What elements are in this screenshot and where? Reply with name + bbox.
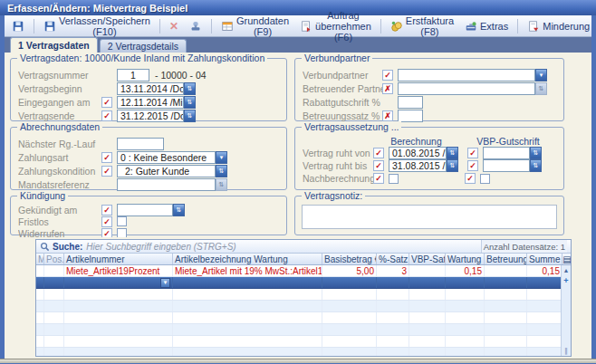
table-row-empty[interactable] bbox=[36, 348, 571, 357]
rule-check-icon[interactable]: ✓ bbox=[373, 148, 384, 158]
window-title: Erfassen/Ändern: Mietvertrag Beispiel bbox=[7, 3, 187, 14]
toolbar-separator bbox=[211, 19, 212, 34]
column-header-wartung[interactable]: Wartung € bbox=[446, 254, 485, 264]
grid-search-bar[interactable]: Suche: Hier Suchbegriff eingeben (STRG+S… bbox=[36, 240, 571, 254]
spinner-button[interactable]: ⇅ bbox=[184, 110, 196, 122]
vertrag-ruht-von-input[interactable]: 01.08.2015 /Sa bbox=[389, 147, 447, 159]
spinner-button[interactable]: ⇅ bbox=[216, 165, 227, 177]
table-row-empty[interactable] bbox=[36, 312, 571, 324]
eingegangen-am-input[interactable]: 12.11.2014 /Mi bbox=[117, 96, 184, 109]
auftrag-uebernehmen-label: Auftrag übernehmen (F6) bbox=[315, 10, 371, 43]
table-row-empty[interactable] bbox=[36, 336, 571, 348]
column-header-vbpsatz[interactable]: VBP-Satz bbox=[409, 254, 446, 264]
naechster-rg-lauf-input[interactable] bbox=[117, 138, 164, 150]
extras-label: Extras bbox=[480, 21, 508, 32]
grid-vertical-scrollbar[interactable]: ▲ + ∥ bbox=[561, 265, 571, 356]
gekuendigt-am-input[interactable] bbox=[117, 204, 173, 216]
mandatsreferenz-input[interactable] bbox=[117, 178, 216, 191]
verbundpartner-select[interactable] bbox=[398, 69, 535, 81]
rabattgutschrift-input[interactable] bbox=[398, 96, 423, 109]
rule-check-icon[interactable]: ✓ bbox=[101, 166, 112, 177]
resize-grip-icon[interactable]: ∥ bbox=[562, 346, 572, 356]
spinner-button[interactable]: ⇅ bbox=[530, 147, 542, 159]
rule-cross-icon[interactable]: ✗ bbox=[382, 110, 393, 121]
scroll-up-icon[interactable]: ▲ bbox=[562, 265, 572, 275]
column-header-artikelnummer[interactable]: Artikelnummer bbox=[64, 254, 173, 264]
grunddaten-button[interactable]: Grunddaten (F9) bbox=[216, 17, 293, 35]
rule-check-icon[interactable]: ✓ bbox=[101, 205, 112, 216]
rule-check-icon[interactable]: ✓ bbox=[101, 110, 112, 121]
rule-check-icon[interactable]: ✓ bbox=[373, 160, 384, 171]
vertragsbeginn-label: Vertragsbeginn bbox=[18, 83, 101, 94]
stamp-button[interactable] bbox=[185, 17, 207, 35]
vertragsende-input[interactable]: 31.12.2015 /Do bbox=[117, 110, 184, 122]
betreuender-partner-label: Betreuender Partner bbox=[303, 83, 382, 94]
verlassen-speichern-button[interactable]: Verlassen/Speichern (F10) bbox=[39, 17, 155, 35]
tab-vertragsdaten[interactable]: 1 Vertragsdaten bbox=[10, 37, 98, 53]
group-title: Vertragsdaten: 10000/Kunde Inland mit Za… bbox=[17, 53, 267, 63]
add-row-icon[interactable]: + bbox=[562, 275, 572, 285]
zahlungsart-select[interactable]: 0 : Keine Besondere bbox=[117, 151, 216, 164]
spinner-button[interactable]: ⇅ bbox=[535, 82, 547, 95]
vertragsbeginn-input[interactable]: 13.11.2014 /Do bbox=[117, 82, 184, 95]
rule-check-icon[interactable]: ✓ bbox=[101, 152, 112, 163]
vbp-ruht-von-input[interactable] bbox=[483, 147, 530, 159]
fristlos-checkbox[interactable] bbox=[117, 216, 127, 226]
column-header-betreuung[interactable]: Betreuung € bbox=[485, 254, 527, 264]
betreuungssatz-input[interactable] bbox=[398, 110, 423, 122]
column-header-summe[interactable]: Summe W bbox=[527, 254, 562, 264]
zahlungskondition-input[interactable]: 2: Guter Kunde bbox=[117, 165, 216, 177]
record-count: Anzahl Datensätze: 1 bbox=[481, 240, 567, 253]
erstfaktura-button[interactable]: Erstfaktura (F8) bbox=[386, 17, 458, 35]
table-row-empty[interactable] bbox=[36, 301, 571, 312]
vertrag-ruht-bis-input[interactable]: 31.08.2015 /Mo bbox=[389, 159, 447, 172]
table-row-empty[interactable] bbox=[36, 289, 571, 301]
betreuender-partner-input[interactable] bbox=[398, 82, 535, 95]
fristlos-label: Fristlos bbox=[18, 216, 101, 227]
spinner-button[interactable]: ⇅ bbox=[530, 159, 542, 172]
column-header-pos[interactable]: Pos. bbox=[44, 254, 64, 264]
table-row-empty[interactable] bbox=[36, 324, 571, 336]
rule-check-icon[interactable]: ✓ bbox=[467, 160, 478, 171]
extras-button[interactable]: Extras bbox=[460, 17, 513, 35]
betreuungssatz-label: Betreuungssatz % bbox=[303, 110, 382, 121]
dropdown-arrow-icon[interactable]: ▼ bbox=[216, 151, 227, 164]
dropdown-arrow-icon[interactable]: ▼ bbox=[535, 69, 547, 81]
auftrag-uebernehmen-button[interactable]: Auftrag übernehmen (F6) bbox=[295, 17, 376, 35]
spinner-button[interactable]: ⇅ bbox=[216, 178, 227, 191]
rule-check-icon[interactable]: ✓ bbox=[465, 173, 476, 184]
table-row[interactable]: Miete_Artikel19Prozent Miete_Artikel mit… bbox=[36, 265, 571, 277]
tab-vertragsdetails[interactable]: 2 Vertragsdetails bbox=[100, 39, 187, 53]
cell-vbpsatz bbox=[409, 265, 446, 276]
column-header-basisbetrag[interactable]: Basisbetrag € bbox=[322, 254, 377, 264]
column-header-artikelbezeichnung[interactable]: Artikelbezeichnung Wartung bbox=[173, 254, 322, 264]
spinner-button[interactable]: ⇅ bbox=[184, 82, 196, 95]
vertragsnotiz-textarea[interactable] bbox=[302, 205, 557, 229]
table-row-selected[interactable]: ▼ bbox=[36, 277, 571, 289]
column-options-icon[interactable]: ▤ bbox=[562, 254, 572, 264]
vertragsnummer-input[interactable]: 1 bbox=[117, 69, 149, 81]
vbp-gutschrift-column-label: VBP-Gutschrift bbox=[476, 136, 541, 147]
delete-button[interactable]: ✕ bbox=[165, 17, 183, 35]
rule-check-icon[interactable]: ✓ bbox=[373, 173, 384, 184]
spinner-button[interactable]: ⇅ bbox=[447, 147, 458, 159]
spinner-button[interactable]: ⇅ bbox=[173, 204, 185, 216]
rule-cross-icon[interactable]: ✗ bbox=[382, 83, 393, 94]
nachberechnung-vbp-checkbox[interactable] bbox=[480, 174, 490, 184]
spinner-button[interactable]: ⇅ bbox=[447, 159, 458, 172]
rule-check-icon[interactable]: ✓ bbox=[101, 216, 112, 227]
rule-check-icon[interactable]: ✓ bbox=[382, 70, 393, 81]
rule-check-icon[interactable]: ✓ bbox=[467, 148, 478, 158]
spinner-button[interactable]: ⇅ bbox=[184, 96, 196, 109]
group-title: Vertragsaussetzung ... bbox=[302, 121, 401, 132]
minderung-button[interactable]: Minderung bbox=[523, 17, 594, 35]
rule-check-icon[interactable]: ✓ bbox=[101, 97, 112, 108]
column-header-m[interactable]: M bbox=[36, 254, 44, 264]
vbp-ruht-bis-input[interactable] bbox=[483, 159, 530, 172]
grunddaten-label: Grunddaten (F9) bbox=[236, 15, 289, 37]
row-dropdown-arrow-icon[interactable]: ▼ bbox=[160, 278, 170, 288]
document-minus-icon bbox=[527, 20, 540, 33]
column-header-prozsatz[interactable]: %-Satz bbox=[377, 254, 409, 264]
nachberechnung-checkbox[interactable] bbox=[389, 174, 399, 184]
save-button[interactable] bbox=[7, 17, 29, 35]
